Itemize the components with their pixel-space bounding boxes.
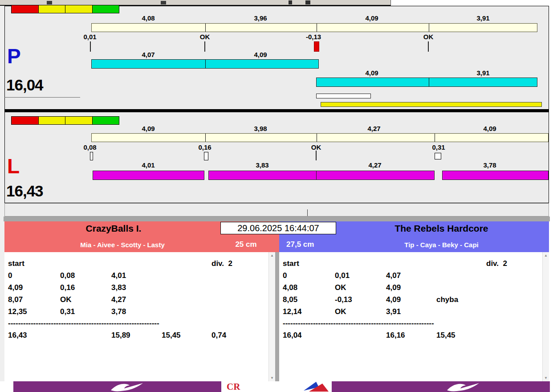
lane-l-split-time: 4,09	[126, 125, 171, 132]
timing-display-window: 4,08 3,96 4,09 3,91 0,01 OK -0,13 OK P 4…	[0, 0, 553, 392]
lane-l-start-mark: 0,31	[416, 143, 461, 151]
bar-divider-line	[435, 134, 435, 142]
cr-logo: CR	[221, 381, 332, 392]
early-start-marker	[314, 41, 319, 52]
error-flag: chyba	[436, 295, 486, 304]
table-center-divider	[275, 252, 279, 381]
lane-p-start-mark: -0,13	[291, 33, 336, 41]
lane-p-split-time: 4,09	[350, 14, 394, 22]
table-row: 8,05 -0,13 4,09 chyba	[279, 294, 549, 306]
table-row: 0 0,08 4,01	[4, 270, 275, 282]
datetime-display: 29.06.2025 16:44:07	[220, 222, 336, 234]
right-team-dogs: Tip - Caya - Beky - Capi	[334, 241, 549, 249]
lane-l-start-mark: 0,16	[183, 143, 227, 151]
scroll-down-icon[interactable]: ▼	[269, 376, 275, 380]
lane-l-start-mark: 0,08	[68, 143, 112, 151]
table-row: 4,08 OK 4,09	[279, 282, 549, 294]
start-tick	[90, 41, 91, 52]
bar-divider-line	[317, 134, 317, 142]
lane-p-status-lights	[11, 5, 119, 13]
lane-p-split-time: 3,96	[238, 14, 283, 22]
toolbar-fragment	[289, 0, 292, 4]
toolbar-fragment	[47, 1, 52, 4]
status-light-green-icon	[93, 117, 119, 124]
table-dashed-divider: ----------------------------------------…	[4, 318, 275, 329]
lane-l-run-bar-segment	[208, 171, 317, 180]
lane-l-run-bar-segment	[442, 171, 549, 180]
lane-l-run-time: 4,01	[126, 161, 171, 169]
right-team-name: The Rebels Hardcore	[334, 223, 549, 234]
lane-l-split-time: 3,98	[238, 125, 283, 132]
swallow-logo-icon	[109, 382, 145, 392]
lane-l-split-time: 4,27	[352, 125, 396, 132]
table-row: 0 0,01 4,07	[279, 270, 549, 282]
cr-logo-text: CR	[227, 381, 240, 392]
lane-p-split-bar	[91, 23, 537, 32]
lane-p-run2-bar	[316, 78, 537, 87]
lane-p-run1-time: 4,09	[238, 51, 283, 58]
lane-l-run-time: 3,78	[468, 161, 512, 169]
start-column-label: start	[283, 259, 335, 268]
toolbar-fragment	[161, 1, 166, 4]
bar-divider-line	[205, 134, 206, 142]
lane-p-run2-time: 3,91	[461, 69, 505, 77]
total-time: 16,04	[283, 331, 335, 340]
start-tick	[316, 151, 317, 160]
table-row: 4,09 0,16 3,83	[4, 282, 275, 294]
total-time: 16,43	[8, 331, 60, 340]
status-light-yellow1-icon	[39, 117, 65, 124]
lane-l-start-mark: OK	[294, 143, 338, 151]
start-diff-marker	[204, 152, 208, 160]
start-diff-marker	[435, 153, 441, 159]
lane-p-split-time: 3,91	[461, 14, 505, 22]
lane-l-status-lights	[11, 116, 119, 125]
swallow-logo-icon	[445, 382, 481, 392]
status-light-yellow1-icon	[39, 5, 65, 13]
start-column-label: start	[8, 259, 60, 268]
scroll-down-icon[interactable]: ▼	[543, 376, 549, 380]
left-team-dogs: Mia - Aivee - Scotty - Lasty	[4, 241, 240, 249]
lane-l-run-bar-segment	[316, 171, 435, 180]
lane-l-run-time: 4,27	[353, 161, 397, 169]
scroll-up-icon[interactable]: ▲	[543, 253, 549, 257]
lane-l-run-bar-segment	[93, 171, 204, 180]
table-header-row: start div. 2	[4, 257, 275, 270]
right-table-scrollbar[interactable]: ▲ ▼	[542, 252, 549, 381]
division-label: div. 2	[211, 259, 275, 268]
start-tick	[204, 41, 205, 52]
lane-l-total-time: 16,43	[6, 183, 43, 199]
start-tick	[428, 41, 429, 52]
table-row: 12,14 OK 3,91	[279, 306, 549, 318]
lane-l-letter: L	[7, 156, 20, 176]
status-light-red-icon	[12, 5, 38, 13]
table-totals-row: 16,43 15,89 15,45 0,74	[4, 329, 275, 341]
bar-divider-line	[205, 24, 206, 32]
gray-separator-band	[4, 216, 550, 221]
cr-bird-emblem-icon	[304, 382, 329, 392]
lane-p-total-time: 16,04	[6, 77, 43, 93]
lane-p-run1-time: 4,07	[126, 51, 171, 58]
lane-l-split-time: 4,09	[468, 125, 512, 132]
table-row: 12,35 0,31 3,78	[4, 306, 275, 318]
left-team-results-panel: start div. 2 0 0,08 4,01 4,09 0,16 3,83 …	[4, 252, 275, 381]
status-light-red-icon	[12, 117, 38, 124]
table-row: 8,07 OK 4,27	[4, 294, 275, 306]
bar-divider-line	[317, 24, 317, 32]
left-team-jump-height: 25 cm	[225, 240, 267, 249]
lane-p-yellow-bar	[321, 102, 542, 107]
lane-p-letter: P	[7, 46, 21, 66]
status-light-yellow2-icon	[65, 117, 92, 124]
left-margin	[0, 6, 4, 381]
lane-p-start-mark: OK	[406, 33, 451, 41]
lane-p-split-time: 4,08	[126, 14, 171, 22]
division-label: div. 2	[486, 259, 549, 268]
left-team-name: CrazyBalls I.	[4, 223, 223, 234]
scroll-up-icon[interactable]: ▲	[269, 253, 275, 257]
total-underline	[4, 97, 80, 98]
status-light-yellow2-icon	[65, 5, 92, 13]
right-team-results-panel: start div. 2 0 0,01 4,07 4,08 OK 4,09 8,…	[279, 252, 549, 381]
bar-divider-line	[429, 78, 429, 86]
spare-row	[4, 203, 549, 216]
left-table-scrollbar[interactable]: ▲ ▼	[268, 252, 275, 381]
lane-p-run1-bar	[91, 59, 319, 69]
